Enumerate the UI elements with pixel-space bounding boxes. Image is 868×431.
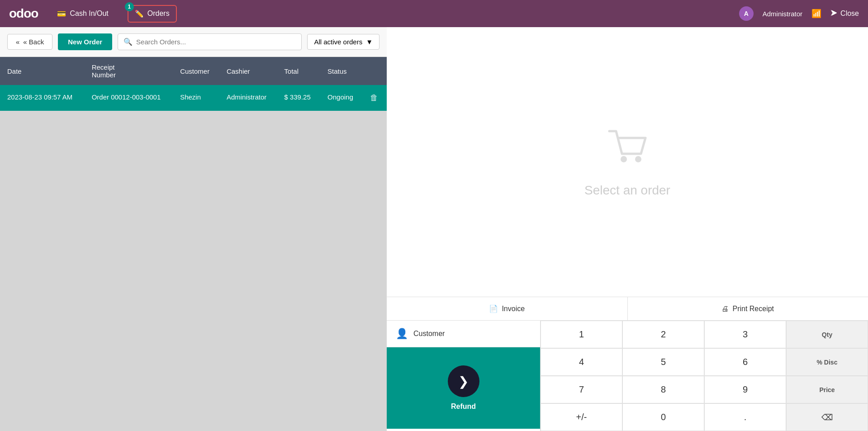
cell-cashier: Administrator xyxy=(219,85,277,111)
avatar: A xyxy=(739,6,754,21)
numpad-key-___[interactable]: +/- xyxy=(541,403,622,431)
cell-date: 2023-08-23 09:57 AM xyxy=(0,85,85,111)
numpad-key-3[interactable]: 3 xyxy=(704,321,786,348)
cell-customer: Shezin xyxy=(173,85,219,111)
col-date: Date xyxy=(0,57,85,85)
new-order-button[interactable]: New Order xyxy=(58,33,112,50)
topbar-right: A Administrator 📶 ⮞ Close xyxy=(739,6,859,21)
select-order-text: Select an order xyxy=(584,183,670,198)
orders-table: Date ReceiptNumber Customer Cashier Tota… xyxy=(0,57,387,111)
filter-dropdown[interactable]: All active orders ▼ xyxy=(307,34,379,50)
odoo-logo: odoo xyxy=(9,6,38,21)
action-row: 📄 Invoice 🖨 Print Receipt xyxy=(387,297,868,321)
orders-badge: 1 xyxy=(125,2,134,11)
cell-status: Ongoing xyxy=(320,85,363,111)
numpad-key-7[interactable]: 7 xyxy=(541,376,622,403)
customer-icon: 👤 xyxy=(396,328,408,340)
chevron-down-icon: ▼ xyxy=(366,38,373,46)
customer-row[interactable]: 👤 Customer xyxy=(387,321,540,347)
back-icon: « xyxy=(16,38,19,46)
toolbar: « « Back New Order 🔍 All active orders ▼ xyxy=(0,27,387,57)
backspace-key[interactable]: ⌫ xyxy=(786,403,868,431)
orders-button-wrapper: 1 ✏️ Orders xyxy=(128,5,177,23)
numpad-key-1[interactable]: 1 xyxy=(541,321,622,348)
numpad-key-0[interactable]: 0 xyxy=(622,403,704,431)
bottom-controls: 📄 Invoice 🖨 Print Receipt 👤 Customer xyxy=(387,297,868,431)
invoice-icon: 📄 xyxy=(489,304,498,313)
search-icon: 🔍 xyxy=(123,38,133,46)
main-layout: « « Back New Order 🔍 All active orders ▼… xyxy=(0,27,868,431)
left-panel: « « Back New Order 🔍 All active orders ▼… xyxy=(0,27,387,431)
numpad-area: 👤 Customer ❯ Refund 123Qty456% Disc789Pr… xyxy=(387,321,868,431)
refund-label: Refund xyxy=(451,403,476,411)
customer-refund-col: 👤 Customer ❯ Refund xyxy=(387,321,541,431)
cell-receipt: Order 00012-003-0001 xyxy=(85,85,173,111)
print-icon: 🖨 xyxy=(721,305,729,313)
topbar: odoo 💳 Cash In/Out 1 ✏️ Orders A Adminis… xyxy=(0,0,868,27)
arrow-right-icon: ❯ xyxy=(458,374,469,389)
orders-button[interactable]: ✏️ Orders xyxy=(129,7,175,21)
col-customer: Customer xyxy=(173,57,219,85)
numpad-key-_[interactable]: . xyxy=(704,403,786,431)
right-panel: Select an order 📄 Invoice 🖨 Print Receip… xyxy=(387,27,868,431)
cash-icon: 💳 xyxy=(57,9,66,18)
col-receipt: ReceiptNumber xyxy=(85,57,173,85)
search-input[interactable] xyxy=(136,38,296,46)
print-receipt-button[interactable]: 🖨 Print Receipt xyxy=(628,297,868,320)
refund-button[interactable]: ❯ xyxy=(448,365,479,397)
cash-in-out-button[interactable]: 💳 Cash In/Out xyxy=(52,7,114,21)
refund-area: ❯ Refund xyxy=(387,347,540,429)
numpad-key-Price[interactable]: Price xyxy=(786,376,868,403)
delete-icon[interactable]: 🗑 xyxy=(370,93,378,102)
back-button[interactable]: « « Back xyxy=(7,34,52,50)
numpad-key-Qty[interactable]: Qty xyxy=(786,321,868,348)
svg-point-1 xyxy=(635,156,641,162)
col-total: Total xyxy=(277,57,320,85)
numpad-grid: 123Qty456% Disc789Price+/-0.⌫ xyxy=(541,321,868,431)
exit-icon: ⮞ xyxy=(830,9,838,18)
close-button[interactable]: ⮞ Close xyxy=(830,9,859,18)
col-cashier: Cashier xyxy=(219,57,277,85)
numpad-key-9[interactable]: 9 xyxy=(704,376,786,403)
numpad-key-__Disc[interactable]: % Disc xyxy=(786,348,868,376)
numpad-key-5[interactable]: 5 xyxy=(622,348,704,376)
col-actions xyxy=(363,57,387,85)
cart-icon xyxy=(605,127,650,176)
svg-point-0 xyxy=(621,156,627,162)
table-row[interactable]: 2023-08-23 09:57 AM Order 00012-003-0001… xyxy=(0,85,387,111)
pencil-icon: ✏️ xyxy=(135,9,144,18)
select-order-area: Select an order xyxy=(387,27,868,297)
numpad-key-2[interactable]: 2 xyxy=(622,321,704,348)
cell-total: $ 339.25 xyxy=(277,85,320,111)
invoice-button[interactable]: 📄 Invoice xyxy=(387,297,628,320)
numpad-key-6[interactable]: 6 xyxy=(704,348,786,376)
table-body: 2023-08-23 09:57 AM Order 00012-003-0001… xyxy=(0,85,387,111)
search-box: 🔍 xyxy=(118,33,302,50)
cell-delete[interactable]: 🗑 xyxy=(363,85,387,111)
numpad-key-4[interactable]: 4 xyxy=(541,348,622,376)
col-status: Status xyxy=(320,57,363,85)
table-header: Date ReceiptNumber Customer Cashier Tota… xyxy=(0,57,387,85)
wifi-icon: 📶 xyxy=(811,9,821,19)
numpad-key-8[interactable]: 8 xyxy=(622,376,704,403)
admin-name: Administrator xyxy=(763,10,802,18)
